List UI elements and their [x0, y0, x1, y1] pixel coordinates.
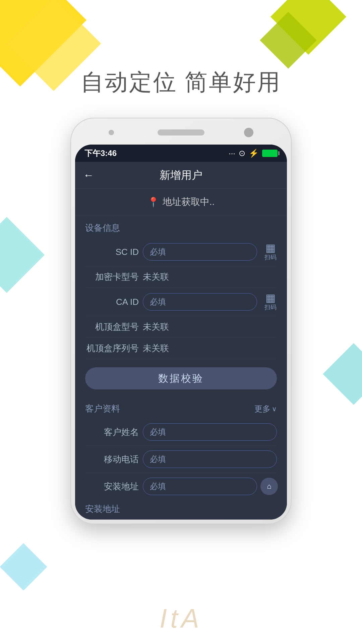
ca-id-input-wrap: ▦ 扫码	[143, 292, 281, 311]
card-type-row: 加密卡型号 未关联	[85, 266, 277, 288]
phone-outer: 下午3:46 ··· ⊙ ⚡ ← 新增用户 📍 地址获取中.. 设备	[70, 118, 292, 524]
install-address-input[interactable]	[143, 478, 257, 495]
phone-speaker	[158, 129, 204, 136]
card-type-value: 未关联	[143, 271, 169, 283]
qr-label-ca: 扫码	[264, 303, 277, 311]
page-title: 自动定位 简单好用	[81, 69, 282, 95]
chevron-down-icon: ∨	[272, 405, 277, 413]
phone-camera	[244, 128, 253, 137]
location-text: 地址获取中..	[163, 196, 215, 208]
sc-id-label: SC ID	[85, 247, 139, 257]
sc-id-row: SC ID ▦ 扫码	[85, 238, 277, 266]
phone-top-bar	[75, 122, 287, 143]
battery-icon	[262, 150, 278, 157]
bottom-area: 安装地址	[75, 500, 287, 520]
customer-name-input[interactable]	[143, 423, 277, 441]
ca-id-qr-button[interactable]: ▦ 扫码	[260, 292, 281, 311]
signal-icon: ⚡	[249, 149, 259, 158]
card-type-label: 加密卡型号	[85, 271, 139, 283]
customer-name-label: 客户姓名	[85, 426, 139, 438]
phone-wrapper: 下午3:46 ··· ⊙ ⚡ ← 新增用户 📍 地址获取中.. 设备	[0, 118, 362, 524]
device-section-header: 设备信息	[75, 215, 287, 238]
install-address-label: 安装地址	[85, 481, 139, 492]
device-section-title: 设备信息	[85, 223, 120, 233]
ita-text: ItA	[0, 603, 362, 634]
sc-id-input[interactable]	[143, 243, 257, 261]
status-bar: 下午3:46 ··· ⊙ ⚡	[75, 145, 287, 162]
back-button[interactable]: ←	[83, 169, 94, 181]
location-auto-button[interactable]: ⌂	[260, 478, 278, 495]
dots-icon: ···	[229, 149, 235, 158]
location-bar: 📍 地址获取中..	[75, 189, 287, 215]
qr-label-sc: 扫码	[264, 253, 277, 261]
bottom-partial-label: 安装地址	[85, 504, 120, 514]
ca-id-row: CA ID ▦ 扫码	[85, 288, 277, 316]
mobile-phone-label: 移动电话	[85, 453, 139, 465]
customer-name-row: 客户姓名	[85, 419, 277, 446]
box-serial-row: 机顶盒序列号 未关联	[85, 338, 277, 359]
box-serial-label: 机顶盒序列号	[85, 342, 139, 354]
location-auto-icon: ⌂	[267, 482, 271, 491]
box-type-label: 机顶盒型号	[85, 321, 139, 333]
device-form-area: SC ID ▦ 扫码 加密卡型号 未关联 CA I	[75, 238, 287, 359]
install-address-input-wrap: ⌂	[143, 478, 278, 495]
more-button[interactable]: 更多 ∨	[254, 404, 277, 414]
install-address-row: 安装地址 ⌂	[85, 473, 277, 500]
customer-form-area: 客户姓名 移动电话 安装地址	[75, 419, 287, 500]
header-title: 新增用户	[160, 168, 202, 183]
mobile-phone-input[interactable]	[143, 450, 277, 468]
phone-sensor-dot	[109, 130, 114, 135]
page-title-section: 自动定位 简单好用	[0, 0, 362, 118]
customer-section-header: 客户资料 更多 ∨	[75, 397, 287, 419]
mobile-phone-input-wrap	[143, 450, 277, 468]
more-label: 更多	[254, 404, 270, 414]
ca-id-label: CA ID	[85, 297, 139, 307]
sc-id-input-wrap: ▦ 扫码	[143, 243, 281, 261]
ca-id-input[interactable]	[143, 293, 257, 311]
location-pin-icon: 📍	[147, 197, 159, 208]
box-type-row: 机顶盒型号 未关联	[85, 316, 277, 338]
wifi-icon: ⊙	[239, 149, 245, 158]
mobile-phone-row: 移动电话	[85, 446, 277, 473]
qr-icon-ca: ▦	[265, 292, 276, 303]
diamond-blue-bottom	[0, 543, 47, 590]
app-header: ← 新增用户	[75, 162, 287, 189]
verify-button[interactable]: 数据校验	[85, 367, 277, 389]
sc-id-qr-button[interactable]: ▦ 扫码	[260, 243, 281, 261]
customer-section-title: 客户资料	[85, 403, 120, 415]
verify-btn-wrap: 数据校验	[75, 359, 287, 397]
status-icons: ··· ⊙ ⚡	[229, 149, 278, 158]
status-time: 下午3:46	[84, 148, 117, 159]
customer-name-input-wrap	[143, 423, 277, 441]
qr-icon-sc: ▦	[265, 243, 276, 253]
phone-screen: 下午3:46 ··· ⊙ ⚡ ← 新增用户 📍 地址获取中.. 设备	[75, 145, 287, 520]
box-serial-value: 未关联	[143, 342, 169, 354]
box-type-value: 未关联	[143, 321, 169, 333]
